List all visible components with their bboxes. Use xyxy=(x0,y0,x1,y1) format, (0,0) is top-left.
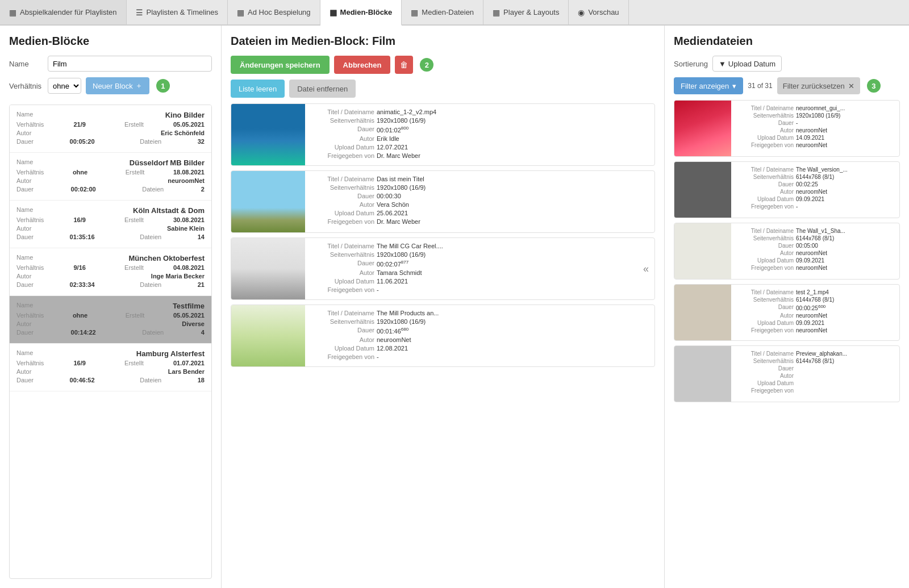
block-item[interactable]: Name München Oktoberfest Verhältnis 9/16… xyxy=(10,248,211,296)
save-button[interactable]: Änderungen speichern xyxy=(231,56,330,74)
right-media-item[interactable]: Titel / Dateiname Preview_alphakan... Se… xyxy=(674,345,900,402)
right-media-list: Titel / Dateiname neuroomnet_gui_... Sei… xyxy=(674,100,900,579)
r-dauer-label: Dauer xyxy=(737,304,794,311)
right-media-info: Titel / Dateiname test 2_1.mp4 Seitenver… xyxy=(731,285,899,340)
freigegeben-label: Freigegeben von xyxy=(312,286,374,293)
collapse-arrow[interactable]: « xyxy=(637,238,654,299)
block-name-label: Name xyxy=(16,206,33,215)
trash-icon: 🗑 xyxy=(400,60,408,69)
right-media-item[interactable]: Titel / Dateiname The Wall_v1_Sha... Sei… xyxy=(674,223,900,280)
block-dauer-label: Dauer xyxy=(16,281,34,288)
list-leeren-button[interactable]: Liste leeren xyxy=(231,80,285,98)
media-thumbnail xyxy=(231,104,305,165)
adhoc-icon: ▦ xyxy=(237,8,244,17)
badge-2: 2 xyxy=(420,58,433,72)
block-verhaltnis-value: 9/16 xyxy=(74,264,86,271)
block-erstellt-value: 05.05.2021 xyxy=(173,312,205,319)
titel-value: The Mill Products an... xyxy=(377,310,439,316)
block-name-value: Testfilme xyxy=(173,302,205,310)
freigegeben-label: Freigegeben von xyxy=(312,152,374,159)
r-dauer-label: Dauer xyxy=(737,181,794,187)
media-item[interactable]: Titel / Dateiname The Mill Products an..… xyxy=(231,305,655,367)
r-titel-value: The Wall_v1_Sha... xyxy=(796,228,845,234)
upload-label: Upload Datum xyxy=(312,210,374,216)
filter-count: 31 of 31 xyxy=(748,82,772,90)
r-seitenverh-label: Seitenverhältnis xyxy=(737,112,794,119)
block-autor-value: Sabine Klein xyxy=(167,225,205,232)
filter-reset-button[interactable]: Filter zurücksetzen ✕ xyxy=(777,77,860,94)
titel-label: Titel / Dateiname xyxy=(312,310,374,316)
r-autor-value: neuroomNet xyxy=(796,189,827,195)
block-dateien-label: Dateien xyxy=(142,329,164,336)
name-input[interactable] xyxy=(48,56,212,72)
block-dateien-value: 32 xyxy=(198,138,205,145)
block-item[interactable]: Name Düsseldorf MB Bilder Verhältnis ohn… xyxy=(10,153,211,201)
delete-button[interactable]: 🗑 xyxy=(395,56,413,74)
right-media-item[interactable]: Titel / Dateiname test 2_1.mp4 Seitenver… xyxy=(674,284,900,341)
block-autor-label: Autor xyxy=(16,368,31,375)
r-dauer-label: Dauer xyxy=(737,243,794,249)
tab-medienblock[interactable]: ▦ Medien-Blöcke xyxy=(320,0,402,26)
tab-adhoc[interactable]: ▦ Ad Hoc Bespielung xyxy=(228,0,320,24)
tab-abspielkalender[interactable]: ▦ Abspielkalender für Playlisten xyxy=(0,0,127,24)
tab-playlisten[interactable]: ☰ Playlisten & Timelines xyxy=(127,0,228,24)
block-dauer-value: 00:05:20 xyxy=(70,138,95,145)
block-dateien-label: Dateien xyxy=(142,186,164,193)
block-dauer-value: 01:35:16 xyxy=(70,233,95,240)
upload-value: 12.08.2021 xyxy=(377,345,408,352)
media-thumbnail xyxy=(231,305,305,366)
name-label: Name xyxy=(9,60,43,68)
block-name-label: Name xyxy=(16,254,33,262)
sort-select[interactable]: ▼ Upload Datum xyxy=(712,56,782,72)
right-media-item[interactable]: Titel / Dateiname neuroomnet_gui_... Sei… xyxy=(674,100,900,157)
block-item[interactable]: Name Hamburg Alsterfest Verhältnis 16/9 … xyxy=(10,344,211,391)
seitenverh-label: Seitenverhältnis xyxy=(312,251,374,258)
seitenverh-label: Seitenverhältnis xyxy=(312,117,374,124)
r-dauer-value: 00:05:00 xyxy=(796,243,818,249)
filter-show-button[interactable]: Filter anzeigen ▾ xyxy=(674,77,743,94)
middle-toolbar: Änderungen speichern Abbrechen 🗑 2 xyxy=(231,56,655,74)
block-dateien-label: Dateien xyxy=(140,138,161,145)
r-freigegeben-label: Freigegeben von xyxy=(737,203,794,210)
verhaltnis-select[interactable]: ohne 16/9 9/16 4/3 1/1 xyxy=(48,78,81,94)
r-titel-value: test 2_1.mp4 xyxy=(796,289,829,295)
block-dauer-label: Dauer xyxy=(16,329,34,336)
block-item[interactable]: Name Köln Altstadt & Dom Verhältnis 16/9… xyxy=(10,201,211,248)
r-titel-label: Titel / Dateiname xyxy=(737,351,794,357)
right-media-item[interactable]: Titel / Dateiname The Wall_version_... S… xyxy=(674,161,900,218)
r-autor-value: neuroomNet xyxy=(796,250,827,256)
datei-entfernen-button[interactable]: Datei entfernen xyxy=(289,80,356,98)
close-icon: ✕ xyxy=(848,82,854,90)
top-navigation: ▦ Abspielkalender für Playlisten ☰ Playl… xyxy=(0,0,909,26)
tab-player-layouts[interactable]: ▦ Player & Layouts xyxy=(483,0,569,24)
block-verhaltnis-value: 16/9 xyxy=(74,360,86,366)
medienblock-icon: ▦ xyxy=(330,8,337,17)
block-item[interactable]: Name Testfilme Verhältnis ohne Erstellt … xyxy=(10,296,211,344)
abort-button[interactable]: Abbrechen xyxy=(334,56,391,74)
name-field-row: Name xyxy=(9,56,212,72)
media-item[interactable]: Titel / Dateiname Das ist mein Titel Sei… xyxy=(231,170,655,233)
block-name-value: Düsseldorf MB Bilder xyxy=(130,159,205,167)
upload-value: 11.06.2021 xyxy=(377,278,408,285)
r-seitenverh-value: 6144x768 (8/1) xyxy=(796,174,834,180)
block-dateien-label: Dateien xyxy=(140,377,161,383)
tab-mediendateien[interactable]: ▦ Medien-Dateien xyxy=(402,0,483,24)
block-dateien-value: 4 xyxy=(201,329,205,336)
block-dauer-value: 00:14:22 xyxy=(71,329,96,336)
media-item[interactable]: Titel / Dateiname animatic_1-2_v2.mp4 Se… xyxy=(231,103,655,166)
tab-vorschau[interactable]: ◉ Vorschau xyxy=(569,0,628,24)
media-item[interactable]: Titel / Dateiname The Mill CG Car Reel..… xyxy=(231,237,655,300)
freigegeben-value: Dr. Marc Weber xyxy=(377,218,420,225)
r-autor-value: neuroomNet xyxy=(796,127,827,134)
sort-triangle-icon: ▼ xyxy=(719,60,726,68)
new-block-button[interactable]: Neuer Block ＋ xyxy=(86,77,149,94)
block-dauer-label: Dauer xyxy=(16,138,34,145)
dauer-label: Dauer xyxy=(312,327,374,335)
block-item[interactable]: Name Kino Bilder Verhältnis 21/9 Erstell… xyxy=(10,105,211,153)
r-titel-value: neuroomnet_gui_... xyxy=(796,105,845,111)
panel-left-title: Medien-Blöcke xyxy=(9,35,212,48)
r-dauer-value: 00:02:25 xyxy=(796,181,818,187)
block-erstellt-label: Erstellt xyxy=(124,121,144,128)
panel-left: Medien-Blöcke Name Verhältnis ohne 16/9 … xyxy=(0,26,222,588)
block-autor-label: Autor xyxy=(16,225,31,232)
